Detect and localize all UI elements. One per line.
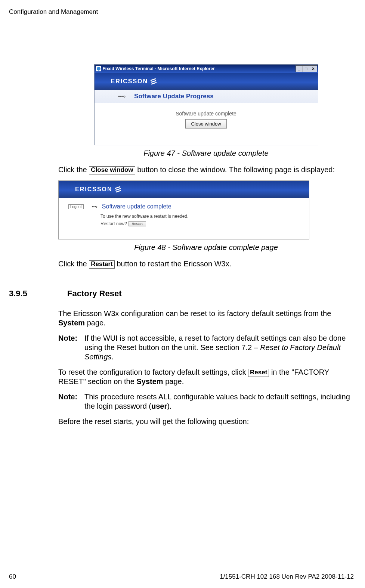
restart-needed-text: To use the new software a restart is nee… bbox=[100, 214, 309, 219]
doc-reference: 1/1551-CRH 102 168 Uen Rev PA2 2008-11-1… bbox=[220, 573, 354, 581]
minimize-icon[interactable]: _ bbox=[296, 65, 303, 72]
running-header: Configuration and Management bbox=[0, 8, 365, 16]
paragraph-restart: Click the Restart button to restart the … bbox=[58, 259, 354, 269]
svg-line-3 bbox=[115, 187, 120, 188]
close-icon[interactable]: × bbox=[310, 65, 317, 72]
svg-line-1 bbox=[151, 81, 156, 82]
close-window-inline-button: Close window bbox=[89, 166, 135, 174]
ie-titlebar: Fixed Wireless Terminal - Microsoft Inte… bbox=[95, 65, 318, 73]
paragraph-reset-instructions: To reset the configuration to factory de… bbox=[58, 368, 354, 386]
ie-window-title: Fixed Wireless Terminal - Microsoft Inte… bbox=[103, 66, 215, 71]
logout-button[interactable]: Logout bbox=[68, 204, 84, 209]
page-number: 60 bbox=[9, 573, 16, 581]
fig48-caption: Figure 48 - Software update complete pag… bbox=[58, 243, 354, 252]
subbar: •••› Software Update Progress bbox=[95, 90, 318, 103]
brand-text: ERICSSON bbox=[111, 78, 148, 85]
svg-line-4 bbox=[116, 189, 120, 190]
brand-bar: ERICSSON bbox=[59, 181, 309, 198]
brand-bar: ERICSSON bbox=[95, 73, 318, 90]
fig47-caption: Figure 47 - Software update complete bbox=[58, 149, 354, 158]
ericsson-stripes-icon bbox=[115, 186, 121, 193]
brand-text: ERICSSON bbox=[75, 186, 112, 193]
fig48-panel: ERICSSON Logout •••› Software update com… bbox=[58, 180, 309, 239]
breadcrumb-arrow-icon: •••› bbox=[92, 204, 98, 209]
ericsson-stripes-icon bbox=[150, 78, 157, 85]
paragraph-close-window: Click the Close window button to close t… bbox=[58, 165, 354, 174]
restart-inline-button: Restart bbox=[89, 260, 115, 269]
svg-line-2 bbox=[152, 83, 156, 84]
panel-title: Software update complete bbox=[102, 203, 171, 210]
paragraph-before-reset: Before the reset starts, you will get th… bbox=[58, 417, 354, 426]
svg-line-0 bbox=[151, 79, 155, 80]
restart-button[interactable]: Restart bbox=[129, 221, 146, 226]
svg-line-5 bbox=[116, 191, 121, 192]
maximize-icon[interactable]: □ bbox=[303, 65, 310, 72]
section-number: 3.9.5 bbox=[0, 289, 67, 298]
note-wui-not-accessible: Note: If the WUI is not accessible, a re… bbox=[58, 334, 354, 362]
subbar-title: Software Update Progress bbox=[134, 93, 214, 100]
close-window-button[interactable]: Close window bbox=[185, 119, 226, 129]
status-text: Software update complete bbox=[95, 111, 318, 117]
note-reset-all: Note: This procedure resets ALL configur… bbox=[58, 392, 354, 411]
paragraph-factory-reset-intro: The Ericsson W3x configuration can be re… bbox=[58, 309, 354, 328]
ie-icon bbox=[96, 66, 101, 71]
section-title: Factory Reset bbox=[67, 289, 122, 298]
restart-question: Restart now? bbox=[100, 221, 127, 226]
fig47-window: Fixed Wireless Terminal - Microsoft Inte… bbox=[94, 64, 318, 145]
breadcrumb-arrow-icon: •••› bbox=[118, 94, 126, 99]
reset-inline-button: Reset bbox=[248, 369, 269, 377]
